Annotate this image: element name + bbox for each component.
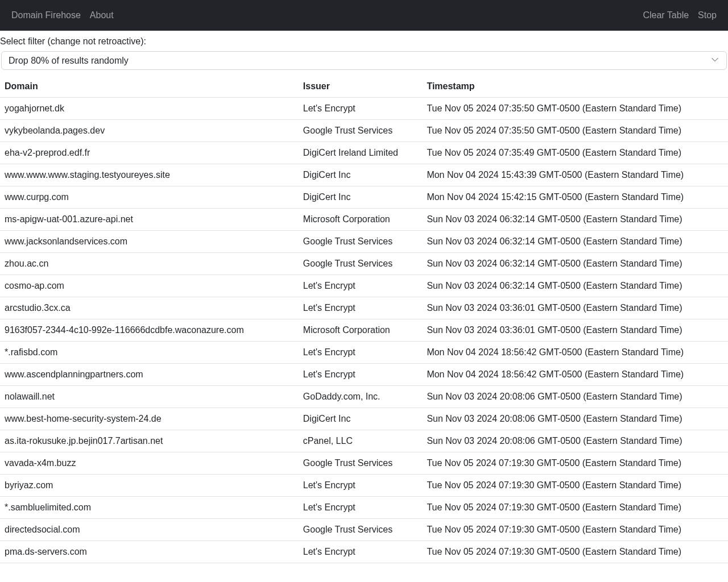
cell-domain: www.curpg.com xyxy=(0,186,299,209)
cell-issuer: Google Trust Services xyxy=(299,253,423,275)
cell-domain: ms-apigw-uat-001.azure-api.net xyxy=(0,209,299,231)
nav-about[interactable]: About xyxy=(90,10,114,20)
cell-timestamp: Mon Nov 04 2024 18:56:42 GMT-0500 (Easte… xyxy=(422,342,728,364)
cell-issuer: Let's Encrypt xyxy=(299,297,423,319)
cell-timestamp: Sun Nov 03 2024 06:32:14 GMT-0500 (Easte… xyxy=(422,231,728,253)
table-row: www.ascendplanningpartners.comLet's Encr… xyxy=(0,364,728,386)
table-row: byriyaz.comLet's EncryptTue Nov 05 2024 … xyxy=(0,475,728,497)
filter-select-wrapper: Drop 80% of results randomly xyxy=(1,51,727,70)
table-header-row: Domain Issuer Timestamp xyxy=(0,76,728,98)
cell-domain: *.rafisbd.com xyxy=(0,342,299,364)
cell-domain: www.best-home-security-system-24.de xyxy=(0,408,299,430)
table-row: www.www.www.staging.testyoureyes.siteDig… xyxy=(0,164,728,186)
table-row: eha-v2-preprod.edf.frDigiCert Ireland Li… xyxy=(0,142,728,164)
cell-timestamp: Mon Nov 04 2024 15:42:15 GMT-0500 (Easte… xyxy=(422,186,728,209)
cell-issuer: Google Trust Services xyxy=(299,519,423,541)
cell-timestamp: Tue Nov 05 2024 07:19:30 GMT-0500 (Easte… xyxy=(422,475,728,497)
domains-table: Domain Issuer Timestamp yogahjornet.dkLe… xyxy=(0,76,728,563)
nav-clear-table[interactable]: Clear Table xyxy=(643,10,689,20)
cell-domain: www.www.www.staging.testyoureyes.site xyxy=(0,164,299,186)
table-row: 9163f057-2344-4c10-992e-116666dcdbfe.wac… xyxy=(0,319,728,342)
cell-domain: as.ita-rokusuke.jp.bejin017.7artisan.net xyxy=(0,430,299,452)
table-row: www.best-home-security-system-24.deDigiC… xyxy=(0,408,728,430)
cell-domain: cosmo-ap.com xyxy=(0,275,299,297)
cell-domain: directedsocial.com xyxy=(0,519,299,541)
cell-issuer: Google Trust Services xyxy=(299,120,423,142)
table-row: vykybeolanda.pages.devGoogle Trust Servi… xyxy=(0,120,728,142)
cell-domain: pma.ds-servers.com xyxy=(0,541,299,563)
table-row: directedsocial.comGoogle Trust ServicesT… xyxy=(0,519,728,541)
cell-issuer: Google Trust Services xyxy=(299,452,423,475)
header-timestamp: Timestamp xyxy=(422,76,728,98)
cell-issuer: DigiCert Inc xyxy=(299,164,423,186)
cell-domain: vavada-x4m.buzz xyxy=(0,452,299,475)
cell-timestamp: Sun Nov 03 2024 06:32:14 GMT-0500 (Easte… xyxy=(422,253,728,275)
cell-domain: *.sambluelimited.com xyxy=(0,497,299,519)
table-row: arcstudio.3cx.caLet's EncryptSun Nov 03 … xyxy=(0,297,728,319)
cell-issuer: Microsoft Corporation xyxy=(299,319,423,342)
cell-domain: eha-v2-preprod.edf.fr xyxy=(0,142,299,164)
cell-issuer: Let's Encrypt xyxy=(299,275,423,297)
cell-domain: zhou.ac.cn xyxy=(0,253,299,275)
cell-timestamp: Tue Nov 05 2024 07:19:30 GMT-0500 (Easte… xyxy=(422,452,728,475)
cell-issuer: Let's Encrypt xyxy=(299,98,423,120)
cell-timestamp: Tue Nov 05 2024 07:35:49 GMT-0500 (Easte… xyxy=(422,142,728,164)
table-row: yogahjornet.dkLet's EncryptTue Nov 05 20… xyxy=(0,98,728,120)
cell-issuer: Let's Encrypt xyxy=(299,342,423,364)
cell-domain: 9163f057-2344-4c10-992e-116666dcdbfe.wac… xyxy=(0,319,299,342)
cell-timestamp: Tue Nov 05 2024 07:19:30 GMT-0500 (Easte… xyxy=(422,497,728,519)
cell-issuer: DigiCert Inc xyxy=(299,186,423,209)
cell-domain: byriyaz.com xyxy=(0,475,299,497)
navbar-left: Domain Firehose About xyxy=(11,10,114,20)
cell-domain: www.ascendplanningpartners.com xyxy=(0,364,299,386)
header-domain: Domain xyxy=(0,76,299,98)
cell-timestamp: Mon Nov 04 2024 15:43:39 GMT-0500 (Easte… xyxy=(422,164,728,186)
filter-label: Select filter (change not retroactive): xyxy=(0,34,728,49)
cell-domain: arcstudio.3cx.ca xyxy=(0,297,299,319)
cell-timestamp: Sun Nov 03 2024 06:32:14 GMT-0500 (Easte… xyxy=(422,209,728,231)
table-row: *.rafisbd.comLet's EncryptMon Nov 04 202… xyxy=(0,342,728,364)
cell-domain: yogahjornet.dk xyxy=(0,98,299,120)
cell-issuer: DigiCert Inc xyxy=(299,408,423,430)
table-row: cosmo-ap.comLet's EncryptSun Nov 03 2024… xyxy=(0,275,728,297)
table-row: *.sambluelimited.comLet's EncryptTue Nov… xyxy=(0,497,728,519)
navbar: Domain Firehose About Clear Table Stop xyxy=(0,0,728,31)
table-row: zhou.ac.cnGoogle Trust ServicesSun Nov 0… xyxy=(0,253,728,275)
nav-stop[interactable]: Stop xyxy=(698,10,717,20)
cell-issuer: Microsoft Corporation xyxy=(299,209,423,231)
table-row: pma.ds-servers.comLet's EncryptTue Nov 0… xyxy=(0,541,728,563)
table-row: www.curpg.comDigiCert IncMon Nov 04 2024… xyxy=(0,186,728,209)
cell-issuer: Let's Encrypt xyxy=(299,497,423,519)
filter-select[interactable]: Drop 80% of results randomly xyxy=(1,51,727,70)
cell-timestamp: Sun Nov 03 2024 20:08:06 GMT-0500 (Easte… xyxy=(422,430,728,452)
cell-domain: vykybeolanda.pages.dev xyxy=(0,120,299,142)
table-row: ms-apigw-uat-001.azure-api.netMicrosoft … xyxy=(0,209,728,231)
cell-timestamp: Tue Nov 05 2024 07:19:30 GMT-0500 (Easte… xyxy=(422,541,728,563)
cell-timestamp: Tue Nov 05 2024 07:35:50 GMT-0500 (Easte… xyxy=(422,98,728,120)
navbar-right: Clear Table Stop xyxy=(643,10,717,20)
table-row: vavada-x4m.buzzGoogle Trust ServicesTue … xyxy=(0,452,728,475)
cell-issuer: GoDaddy.com, Inc. xyxy=(299,386,423,408)
cell-timestamp: Sun Nov 03 2024 03:36:01 GMT-0500 (Easte… xyxy=(422,319,728,342)
cell-timestamp: Tue Nov 05 2024 07:19:30 GMT-0500 (Easte… xyxy=(422,519,728,541)
cell-issuer: Let's Encrypt xyxy=(299,364,423,386)
cell-domain: www.jacksonlandservices.com xyxy=(0,231,299,253)
cell-issuer: Google Trust Services xyxy=(299,231,423,253)
cell-domain: nolawaill.net xyxy=(0,386,299,408)
filter-section: Select filter (change not retroactive): … xyxy=(0,31,728,70)
nav-domain-firehose[interactable]: Domain Firehose xyxy=(11,10,81,20)
cell-issuer: Let's Encrypt xyxy=(299,541,423,563)
table-row: www.jacksonlandservices.comGoogle Trust … xyxy=(0,231,728,253)
cell-timestamp: Sun Nov 03 2024 06:32:14 GMT-0500 (Easte… xyxy=(422,275,728,297)
cell-timestamp: Mon Nov 04 2024 18:56:42 GMT-0500 (Easte… xyxy=(422,364,728,386)
header-issuer: Issuer xyxy=(299,76,423,98)
cell-timestamp: Sun Nov 03 2024 20:08:06 GMT-0500 (Easte… xyxy=(422,386,728,408)
cell-issuer: cPanel, LLC xyxy=(299,430,423,452)
table-row: nolawaill.netGoDaddy.com, Inc.Sun Nov 03… xyxy=(0,386,728,408)
cell-timestamp: Sun Nov 03 2024 03:36:01 GMT-0500 (Easte… xyxy=(422,297,728,319)
cell-timestamp: Sun Nov 03 2024 20:08:06 GMT-0500 (Easte… xyxy=(422,408,728,430)
cell-issuer: Let's Encrypt xyxy=(299,475,423,497)
table-row: as.ita-rokusuke.jp.bejin017.7artisan.net… xyxy=(0,430,728,452)
cell-timestamp: Tue Nov 05 2024 07:35:50 GMT-0500 (Easte… xyxy=(422,120,728,142)
cell-issuer: DigiCert Ireland Limited xyxy=(299,142,423,164)
